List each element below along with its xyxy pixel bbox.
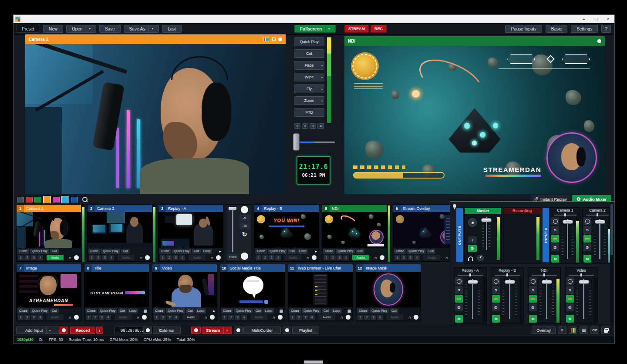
overlay-number-button[interactable]: 4 <box>37 255 43 260</box>
pin-icon[interactable] <box>453 204 456 208</box>
overlay-number-button[interactable]: 1 <box>324 255 329 260</box>
audio-dot-icon[interactable] <box>414 315 418 320</box>
overlay-number-button[interactable]: 2 <box>401 255 407 260</box>
meter-button[interactable] <box>492 295 500 303</box>
color-filter-orange[interactable] <box>43 196 51 203</box>
stream-button[interactable]: Stream▾ <box>202 327 232 334</box>
overlay-number-button[interactable]: 1 <box>290 315 295 320</box>
fullscreen-button[interactable]: Fullscreen▾ <box>294 25 336 33</box>
grid-icon[interactable]: ▦ <box>279 309 284 313</box>
input-close-button[interactable]: Close <box>357 308 369 313</box>
meter-button[interactable] <box>529 295 537 303</box>
balance-slider[interactable] <box>458 273 483 277</box>
input-header[interactable]: 4Replay - B <box>254 205 319 212</box>
input-quick-play-button[interactable]: Quick Play <box>101 249 120 254</box>
gear-icon[interactable]: ⚙ <box>529 303 537 311</box>
multicorder-button[interactable]: MultiCorder <box>243 327 281 334</box>
replay-minus10-button[interactable]: -10 <box>239 222 250 229</box>
input-thumbnail[interactable] <box>322 212 387 248</box>
mute-button[interactable]: M <box>492 315 500 323</box>
maximize-button[interactable]: □ <box>590 15 602 23</box>
overlay-number-button[interactable]: 4 <box>37 315 43 320</box>
overlay-number-button[interactable]: 2 <box>166 255 172 260</box>
stream-indicator-button[interactable]: STREAM <box>344 25 369 33</box>
volume-fader[interactable] <box>463 277 482 323</box>
basic-button[interactable]: Basic <box>546 25 567 33</box>
color-filter-green[interactable] <box>34 197 41 202</box>
input-cut-button[interactable]: Cut <box>50 249 59 254</box>
t-bar[interactable] <box>293 132 337 152</box>
input-cell-8[interactable]: 8TitleSTREAMERDANCloseQuick PlayCutLoop▦… <box>84 264 149 321</box>
color-filter-blue[interactable] <box>71 197 78 202</box>
new-button[interactable]: New <box>43 25 63 33</box>
overlay-number-button[interactable]: 3 <box>337 255 342 260</box>
save-button[interactable]: Save <box>99 25 121 33</box>
overlay-number-button[interactable]: 3 <box>408 255 413 260</box>
input-header[interactable]: 10Social Media Title <box>220 264 285 272</box>
record-dot-button[interactable] <box>59 327 68 334</box>
replay-speed-slider[interactable] <box>227 206 238 253</box>
input-quick-play-button[interactable]: Quick Play <box>166 308 185 313</box>
chevron-down-icon[interactable]: ▾ <box>325 25 330 32</box>
gear-icon[interactable]: ⚙ <box>468 245 477 252</box>
headphones-icon[interactable]: ∩ <box>445 256 448 260</box>
mute-button[interactable]: M <box>583 255 591 263</box>
mixer-scrollbar-thumb[interactable] <box>610 204 613 255</box>
input-cut-button[interactable]: Cut <box>118 308 127 313</box>
input-audio-button[interactable]: Audio <box>352 255 369 260</box>
input-thumbnail[interactable] <box>88 212 152 248</box>
add-input-button[interactable]: Add Input▾ <box>16 327 60 334</box>
color-filter-slate[interactable] <box>17 197 24 202</box>
input-header[interactable]: 6Stream Overlay <box>393 205 458 212</box>
overlay-number-button[interactable]: 3 <box>102 255 108 260</box>
meter-button[interactable] <box>455 295 463 303</box>
inputs-tab[interactable]: INPUTS <box>543 208 549 262</box>
replay-mark-in-button[interactable] <box>241 206 248 213</box>
input-close-button[interactable]: Close <box>323 249 335 254</box>
input-thumbnail[interactable] <box>393 212 458 248</box>
transition-preset-1-button[interactable]: 1 <box>294 123 300 129</box>
overlay-number-button[interactable]: 3 <box>167 315 172 320</box>
replay-slider-handle[interactable] <box>229 207 236 210</box>
input-header[interactable]: 2Camera 2 <box>88 205 152 212</box>
headphones-icon[interactable]: ∩ <box>69 256 72 260</box>
input-cut-button[interactable]: Cut <box>427 249 435 254</box>
input-audio-button[interactable]: Audio <box>118 255 135 260</box>
input-cut-button[interactable]: Cut <box>322 308 330 313</box>
minimize-button[interactable]: – <box>578 15 590 23</box>
input-audio-button[interactable]: Audio <box>386 314 403 320</box>
headphones-icon[interactable]: ∩ <box>69 315 72 320</box>
volume-fader[interactable] <box>560 217 576 263</box>
audio-dot-icon[interactable] <box>380 255 384 260</box>
input-cut-button[interactable]: Cut <box>356 249 364 254</box>
input-close-button[interactable]: Close <box>17 249 29 254</box>
overlay-number-button[interactable]: 4 <box>105 315 111 320</box>
list-view-icon[interactable]: ≡ <box>558 327 566 334</box>
input-header[interactable]: 5NDI <box>322 205 387 212</box>
input-thumbnail[interactable] <box>288 272 353 307</box>
input-quick-play-button[interactable]: Quick Play <box>370 308 389 313</box>
input-quick-play-button[interactable]: Quick Play <box>336 249 355 254</box>
overlay-number-button[interactable]: 1 <box>154 315 159 320</box>
input-cell-10[interactable]: 10Social Media TitleCloseQuick PlayCutLo… <box>220 264 285 321</box>
fader-handle[interactable] <box>579 280 589 284</box>
overlay-number-button[interactable]: 2 <box>160 315 166 320</box>
color-filter-magenta[interactable] <box>53 197 60 202</box>
external-dot-button[interactable] <box>143 327 152 334</box>
input-audio-button[interactable]: Audio <box>182 314 199 320</box>
chevron-down-icon[interactable]: ▾ <box>148 25 153 32</box>
knob-icon[interactable] <box>492 277 500 285</box>
lock-icon[interactable] <box>601 327 610 334</box>
input-close-button[interactable]: Close <box>85 308 97 313</box>
overlay-number-button[interactable]: 3 <box>371 315 376 320</box>
knob-icon[interactable] <box>529 277 537 285</box>
input-quick-play-button[interactable]: Quick Play <box>268 249 287 254</box>
stream-dot-button[interactable] <box>191 327 201 334</box>
overlay-number-button[interactable]: 4 <box>241 315 247 320</box>
solo-button[interactable]: S <box>583 226 591 234</box>
overlay-number-button[interactable]: 1 <box>160 255 165 260</box>
gear-icon[interactable]: ⚙ <box>551 243 559 251</box>
input-cut-button[interactable]: Cut <box>186 308 195 313</box>
layers-icon[interactable] <box>272 37 276 41</box>
overlay-number-button[interactable]: 1 <box>394 255 400 260</box>
